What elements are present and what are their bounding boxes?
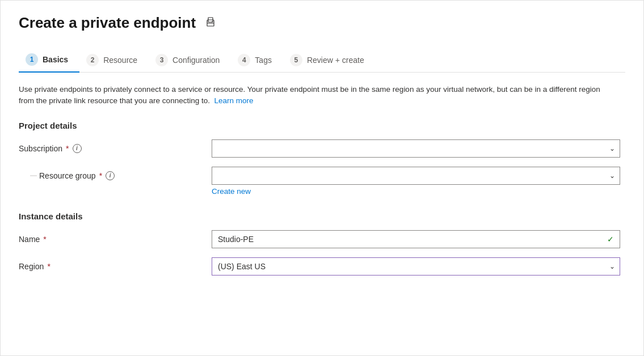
- instance-details-section: Instance details Name * Studio-PE ✓ Regi…: [19, 211, 625, 276]
- tab-tags-label: Tags: [255, 56, 272, 65]
- description-text: Use private endpoints to privately conne…: [19, 84, 609, 107]
- tab-basics-number: 1: [26, 53, 38, 66]
- tab-configuration-number: 3: [155, 54, 168, 66]
- region-label-col: Region *: [19, 262, 212, 271]
- tab-tags[interactable]: 4 Tags: [231, 48, 283, 72]
- name-row: Name * Studio-PE ✓: [19, 230, 625, 248]
- subscription-label: Subscription: [19, 144, 62, 153]
- resource-group-info-icon[interactable]: i: [106, 171, 115, 180]
- subscription-required: *: [66, 144, 69, 153]
- tab-basics[interactable]: 1 Basics: [19, 48, 79, 73]
- subscription-dropdown[interactable]: ⌄: [212, 139, 620, 158]
- project-details-section: Project details Subscription * i ⌄ Resou…: [19, 121, 625, 196]
- region-row: Region * (US) East US ⌄: [19, 257, 625, 276]
- create-new-link-col: Create new: [212, 185, 251, 196]
- instance-details-header: Instance details: [19, 211, 625, 221]
- resource-group-row: Resource group * i ⌄: [19, 167, 625, 185]
- resource-group-required: *: [99, 171, 102, 180]
- name-control: Studio-PE ✓: [212, 230, 620, 248]
- svg-rect-0: [207, 23, 214, 26]
- subscription-row: Subscription * i ⌄: [19, 139, 625, 158]
- page-title: Create a private endpoint: [19, 14, 196, 32]
- resource-group-label: Resource group: [39, 171, 96, 180]
- region-control: (US) East US ⌄: [212, 257, 620, 276]
- region-label: Region: [19, 262, 44, 271]
- name-input[interactable]: Studio-PE ✓: [212, 230, 620, 248]
- create-new-container: Create new: [19, 185, 625, 196]
- tab-tags-number: 4: [238, 54, 250, 66]
- learn-more-link[interactable]: Learn more: [214, 96, 253, 105]
- name-input-value: Studio-PE: [218, 235, 254, 244]
- subscription-chevron-icon: ⌄: [609, 145, 615, 152]
- wizard-tabs: 1 Basics 2 Resource 3 Configuration 4 Ta…: [19, 48, 625, 73]
- resource-group-dropdown[interactable]: ⌄: [212, 167, 620, 185]
- tab-review-create-label: Review + create: [307, 56, 364, 65]
- resource-group-control: ⌄: [212, 167, 620, 185]
- region-dropdown-text: (US) East US: [218, 262, 266, 271]
- tab-review-create-number: 5: [290, 54, 302, 66]
- name-checkmark-icon: ✓: [607, 235, 614, 244]
- project-details-header: Project details: [19, 121, 625, 130]
- tab-resource-label: Resource: [103, 56, 137, 65]
- tab-configuration[interactable]: 3 Configuration: [149, 48, 231, 72]
- region-required: *: [47, 262, 50, 271]
- resource-group-label-col: Resource group * i: [19, 171, 212, 180]
- region-dropdown[interactable]: (US) East US ⌄: [212, 257, 620, 276]
- tab-resource[interactable]: 2 Resource: [79, 48, 149, 72]
- svg-rect-2: [212, 22, 213, 23]
- page-header: Create a private endpoint: [19, 14, 625, 32]
- tab-resource-number: 2: [86, 54, 99, 66]
- tab-review-create[interactable]: 5 Review + create: [283, 48, 376, 72]
- subscription-control: ⌄: [212, 139, 620, 158]
- tab-configuration-label: Configuration: [172, 56, 220, 65]
- print-icon[interactable]: [205, 16, 216, 30]
- create-new-link[interactable]: Create new: [212, 187, 251, 196]
- subscription-label-col: Subscription * i: [19, 144, 212, 153]
- region-chevron-icon: ⌄: [609, 262, 615, 270]
- name-required: *: [43, 235, 46, 244]
- name-label-col: Name *: [19, 235, 212, 244]
- subscription-info-icon[interactable]: i: [73, 144, 82, 153]
- tab-basics-label: Basics: [43, 55, 68, 64]
- page-container: Create a private endpoint 1 Basics 2 Res…: [0, 0, 644, 356]
- name-label: Name: [19, 235, 40, 244]
- resource-group-chevron-icon: ⌄: [609, 172, 615, 180]
